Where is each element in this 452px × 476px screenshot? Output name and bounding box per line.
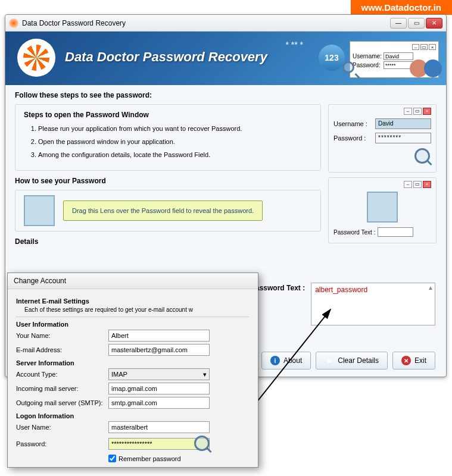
- stars-decor: * ** *: [285, 40, 303, 49]
- incoming-label: Incoming mail server:: [16, 385, 108, 392]
- banner-mini-window: –▭× Username: Password:: [350, 41, 439, 78]
- dialog-subtitle: Each of these settings are required to g…: [16, 306, 250, 313]
- dialog-heading: Internet E-mail Settings: [16, 298, 250, 305]
- illust-password-label: Password :: [333, 134, 375, 142]
- username-label: User Name:: [16, 424, 108, 431]
- outgoing-input[interactable]: [108, 397, 210, 409]
- illust-pt-label: Password Text :: [333, 229, 375, 236]
- password-result-area: Password Text : albert_password ▲: [251, 283, 435, 325]
- logo-icon: [17, 39, 55, 77]
- about-button[interactable]: iAbout: [261, 352, 311, 369]
- close-button[interactable]: ✕: [426, 18, 442, 29]
- account-type-select[interactable]: IMAP▾: [108, 368, 210, 380]
- password-text-value: albert_password: [315, 286, 367, 294]
- app-icon: [9, 18, 18, 28]
- account-type-label: Account Type:: [16, 371, 108, 378]
- mini-username-value: [384, 52, 413, 60]
- clear-details-button[interactable]: ✖Clear Details: [316, 352, 388, 369]
- follow-steps-heading: Follow these steps to see the password:: [15, 91, 437, 99]
- illust-target-box: –▭× Password Text :: [328, 177, 437, 243]
- user-info-heading: User Information: [16, 321, 250, 328]
- mini-password-value: [384, 61, 413, 69]
- lens-over-password-icon[interactable]: [194, 436, 211, 452]
- change-account-dialog: Change Account Internet E-mail Settings …: [7, 273, 258, 468]
- lens-draggable[interactable]: [24, 195, 55, 226]
- step-item: Please run your application from which y…: [38, 125, 312, 132]
- remember-password-label: Remember password: [119, 455, 181, 462]
- banner-title: Data Doctor Password Recovery: [65, 49, 267, 65]
- step-item: Among the configuration details, locate …: [38, 151, 312, 158]
- minimize-button[interactable]: —: [390, 18, 407, 29]
- dialog-title: Change Account: [8, 273, 258, 289]
- illust-password-value: ********: [375, 133, 431, 143]
- email-input[interactable]: [108, 344, 210, 356]
- clear-icon: ✖: [325, 356, 334, 365]
- scroll-up-icon[interactable]: ▲: [428, 284, 434, 291]
- illust-username-label: Username :: [333, 120, 375, 127]
- your-name-input[interactable]: [108, 330, 210, 342]
- info-icon: i: [270, 356, 280, 365]
- logon-info-heading: Logon Information: [16, 412, 250, 419]
- maximize-button[interactable]: ▭: [408, 18, 425, 29]
- illust-username-value: David: [375, 118, 431, 129]
- server-info-heading: Server Information: [16, 359, 250, 367]
- magnifier-icon: [414, 148, 431, 165]
- titlebar: Data Doctor Password Recovery — ▭ ✕: [5, 15, 446, 32]
- password-label: Password:: [16, 440, 108, 447]
- howto-group: Drag this Lens over the Password field t…: [15, 190, 321, 231]
- your-name-label: Your Name:: [16, 332, 108, 339]
- howto-title: How to see your Password: [15, 177, 321, 185]
- drag-hint: Drag this Lens over the Password field t…: [63, 201, 263, 221]
- banner: Data Doctor Password Recovery * ** * 123…: [5, 32, 446, 85]
- mini-username-label: Username:: [353, 53, 384, 60]
- avatar-icon: [424, 60, 442, 77]
- exit-icon: ✕: [401, 356, 411, 365]
- remember-password-checkbox[interactable]: [108, 455, 116, 462]
- email-label: E-mail Address:: [16, 346, 108, 353]
- steps-group: Steps to open the Password Window Please…: [15, 104, 321, 171]
- password-text-label: Password Text :: [251, 283, 305, 292]
- illust-login-box: –▭× Username :David Password :********: [328, 104, 437, 173]
- window-title: Data Doctor Password Recovery: [22, 19, 390, 27]
- step-item: Open the password window in your applica…: [38, 138, 312, 145]
- magnifier-icon: [342, 61, 359, 78]
- magnify-bubble-icon: 123: [319, 45, 345, 71]
- password-text-output[interactable]: albert_password ▲: [311, 283, 435, 325]
- illust-drop-target: [367, 192, 398, 223]
- incoming-input[interactable]: [108, 383, 210, 394]
- steps-title: Steps to open the Password Window: [24, 111, 312, 119]
- website-url: www.Datadoctor.in: [351, 0, 452, 15]
- details-title: Details: [15, 237, 321, 246]
- outgoing-label: Outgoing mail server (SMTP):: [16, 399, 108, 406]
- illust-pt-input: [378, 227, 413, 237]
- chevron-down-icon: ▾: [203, 371, 207, 378]
- username-input[interactable]: [108, 421, 210, 433]
- exit-button[interactable]: ✕Exit: [392, 352, 435, 369]
